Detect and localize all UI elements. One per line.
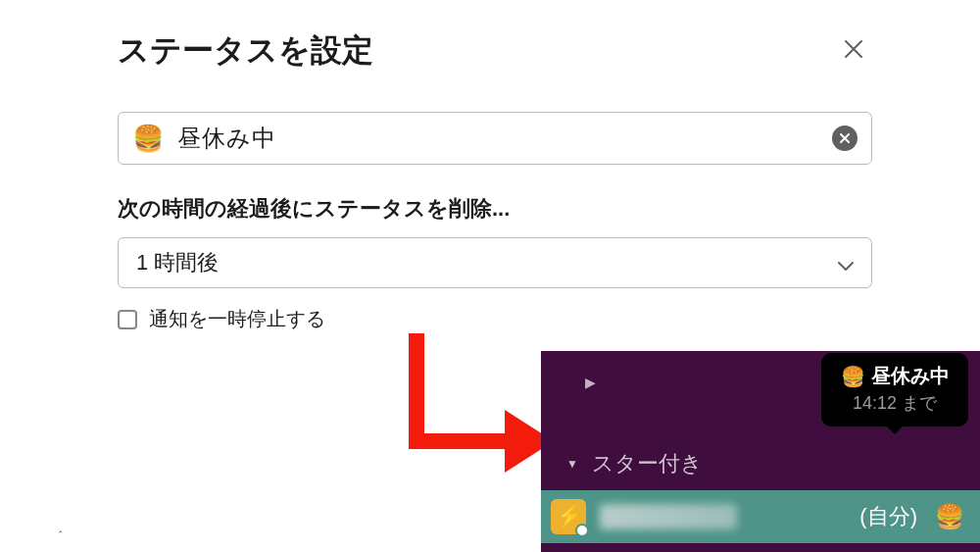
status-text-field[interactable]: 昼休み中: [177, 123, 832, 154]
status-input[interactable]: 🍔 昼休み中: [118, 112, 872, 165]
clear-status-button[interactable]: [832, 125, 858, 151]
tooltip-title: 🍔 昼休み中: [837, 363, 953, 389]
status-emoji-picker[interactable]: 🍔: [132, 124, 164, 154]
sidebar-section-starred[interactable]: ▼ スター付き: [566, 449, 703, 478]
pause-notifications-label: 通知を一時停止する: [149, 306, 325, 332]
close-icon: [839, 132, 851, 144]
self-username-redacted: [600, 504, 737, 529]
sidebar-preview: ▶ ▼ スター付き 🍔 昼休み中 14:12 まで ⚡ (自分) 🍔: [541, 351, 980, 552]
dialog-title: ステータスを設定: [118, 29, 373, 73]
presence-indicator: [575, 524, 589, 537]
close-button[interactable]: [835, 31, 872, 71]
chevron-down-icon: [838, 258, 854, 268]
pause-notifications-checkbox[interactable]: [118, 310, 137, 329]
disclosure-right-icon[interactable]: ▶: [585, 375, 596, 390]
self-label: (自分): [859, 502, 917, 531]
dialog-header: ステータスを設定: [118, 29, 872, 73]
set-status-dialog: ステータスを設定 🍔 昼休み中 次の時間の経過後にステータスを削除... 1 時…: [118, 29, 872, 332]
close-icon: [843, 38, 864, 60]
avatar: ⚡: [551, 499, 586, 534]
sidebar-self-row[interactable]: ⚡ (自分) 🍔: [541, 490, 980, 543]
status-tooltip: 🍔 昼休み中 14:12 まで: [821, 353, 968, 427]
clear-after-select[interactable]: 1 時間後: [118, 237, 872, 288]
clear-after-label: 次の時間の経過後にステータスを削除...: [118, 194, 872, 224]
tooltip-until-text: 14:12 まで: [837, 391, 953, 415]
clear-after-value: 1 時間後: [136, 248, 219, 277]
tooltip-status-text: 昼休み中: [871, 363, 950, 389]
sidebar-section-label: スター付き: [592, 449, 703, 478]
decorative-mark: ‸: [59, 522, 62, 532]
pause-notifications-row: 通知を一時停止する: [118, 306, 872, 332]
hamburger-icon: 🍔: [841, 365, 865, 388]
disclosure-down-icon: ▼: [566, 457, 578, 471]
hamburger-icon: 🍔: [935, 503, 964, 530]
tooltip-tail: [887, 427, 903, 434]
annotation-arrow: [397, 333, 564, 490]
